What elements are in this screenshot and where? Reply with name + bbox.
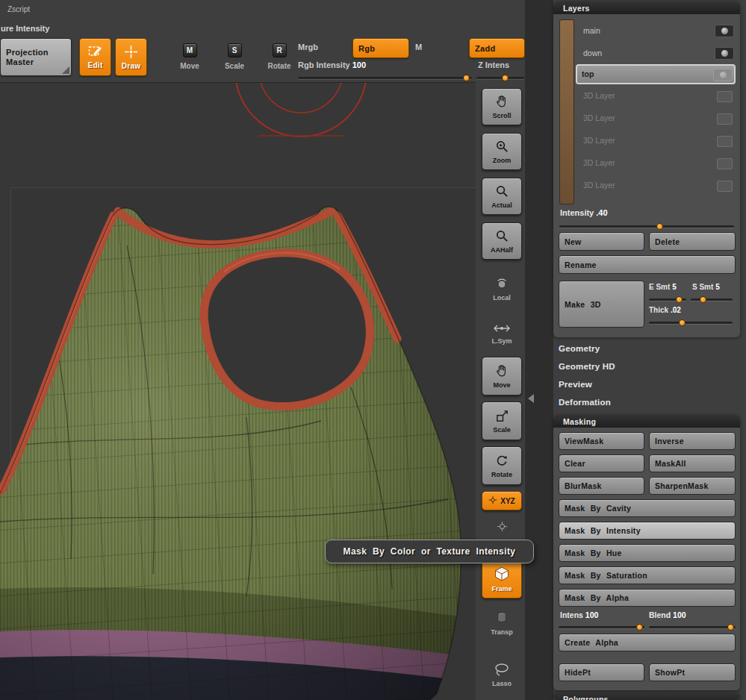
slider-track[interactable] [649,322,733,324]
gyro-axis-icon [488,496,497,506]
slider-handle[interactable] [679,319,686,326]
xyz-button[interactable]: XYZ [482,491,522,510]
layers-palette-header[interactable]: Layers [553,1,740,14]
draw-button[interactable]: Draw [115,38,147,76]
slider-track[interactable] [559,225,734,228]
polygroups-palette-header[interactable]: Polygroups [553,693,740,700]
layer-name: 3D Layer [583,181,615,190]
zscript-menu[interactable]: Zscript [7,5,30,13]
visibility-eye-icon[interactable] [713,69,733,81]
mask-by-alpha-button[interactable]: Mask By Alpha [559,589,736,607]
slider-handle[interactable] [727,624,734,631]
z-intensity-slider[interactable] [476,75,524,82]
sharpenmask-button[interactable]: SharpenMask [649,477,736,495]
masking-palette-header[interactable]: Masking [553,415,740,428]
polygroups-palette: Polygroups [553,693,740,700]
layer-row-selected[interactable]: top [576,64,736,84]
hidept-button[interactable]: HidePt [559,663,644,681]
rotate-label: Rotate [267,62,290,70]
move-canvas-button[interactable]: Move [482,357,522,396]
rotate-canvas-button[interactable]: Rotate [482,446,522,485]
move-tool[interactable]: M Move [169,43,211,70]
layer-row[interactable]: 3D Layer [577,131,736,151]
zadd-toggle[interactable]: Zadd [469,38,525,58]
aahalf-button[interactable]: AAHalf [482,222,522,260]
clear-button[interactable]: Clear [559,454,644,472]
blend-slider[interactable] [649,624,736,631]
new-layer-button[interactable]: New [559,232,644,251]
inverse-button[interactable]: Inverse [649,432,736,450]
layer-row[interactable]: 3D Layer [577,109,736,128]
make-3d-button[interactable]: Make 3D [559,281,644,328]
scale-tool[interactable]: S Scale [214,43,255,70]
palette-header-geometry-hd[interactable]: Geometry HD [559,362,615,371]
rgb-toggle[interactable]: Rgb [352,38,409,58]
layer-intensity-slider[interactable] [559,223,734,231]
rotate-tool[interactable]: R Rotate [258,43,300,70]
edit-button[interactable]: Edit [79,38,111,76]
palette-header-preview[interactable]: Preview [559,380,592,389]
frame-cube-icon [494,566,510,584]
frame-button[interactable]: Frame [482,560,522,599]
visibility-eye-icon[interactable] [715,25,734,37]
local-toggle[interactable]: Local [482,272,522,306]
model-sports-bra[interactable] [0,201,476,700]
delete-layer-button[interactable]: Delete [649,232,736,251]
slider-track[interactable] [691,299,733,301]
layer-row[interactable]: 3D Layer [577,176,736,196]
lasso-toggle[interactable]: Lasso [482,655,522,694]
slider-handle[interactable] [502,75,509,81]
slider-handle[interactable] [700,296,706,303]
visibility-eye-icon[interactable] [715,47,734,60]
layer-row[interactable]: 3D Layer [577,87,736,106]
empty-layer-slot-icon [717,181,733,192]
e-smt-slider[interactable] [649,296,686,304]
fold-corner-icon [62,66,69,74]
scroll-button[interactable]: Scroll [482,88,522,125]
magnifier-actual-icon [495,184,509,200]
mask-by-saturation-button[interactable]: Mask By Saturation [559,566,736,584]
palette-header-deformation[interactable]: Deformation [559,398,611,407]
create-alpha-button[interactable]: Create Alpha [559,634,736,651]
layer-row[interactable]: main [577,21,736,42]
thick-slider[interactable] [649,319,733,327]
projection-master-label: Projection Master [6,48,64,66]
scale-canvas-button[interactable]: Scale [482,401,522,440]
layer-row[interactable]: down [577,43,736,64]
slider-track[interactable] [298,77,472,79]
s-smt-slider[interactable] [691,296,733,304]
slider-handle[interactable] [463,75,470,81]
intens-slider[interactable] [559,624,644,631]
panel-collapse-arrow[interactable] [528,394,534,403]
layer-intensity-strip[interactable] [559,19,574,204]
actual-button[interactable]: Actual [482,178,522,215]
mask-by-hue-button[interactable]: Mask By Hue [559,544,736,562]
palette-header-geometry[interactable]: Geometry [559,344,600,353]
rgb-intensity-slider[interactable] [298,75,472,82]
maskall-button[interactable]: MaskAll [649,454,736,472]
layer-row[interactable]: 3D Layer [577,154,736,173]
m-toggle[interactable]: M [415,43,422,51]
axis-indicator[interactable] [482,518,522,536]
tooltip-text: Mask By Color or Texture Intensity [344,546,516,557]
rename-layer-button[interactable]: Rename [559,255,736,274]
viewport-canvas[interactable] [0,82,476,700]
projection-master-button[interactable]: Projection Master [0,38,72,76]
lsym-toggle[interactable]: L.Sym [482,316,522,351]
slider-handle[interactable] [636,624,643,631]
lasso-icon [494,663,510,678]
blurmask-button[interactable]: BlurMask [559,477,644,495]
viewmask-button[interactable]: ViewMask [559,432,644,450]
slider-track[interactable] [649,626,736,628]
delete-label: Delete [655,237,680,246]
transp-toggle[interactable]: Transp [482,604,522,642]
zoom-button[interactable]: Zoom [482,133,522,170]
slider-handle[interactable] [656,223,663,230]
slider-handle[interactable] [676,296,683,303]
slider-track[interactable] [476,77,524,79]
mask-by-cavity-button[interactable]: Mask By Cavity [559,499,736,517]
mask-by-intensity-button[interactable]: Mask By Intensity [559,522,736,540]
slider-track[interactable] [559,626,644,628]
showpt-button[interactable]: ShowPt [649,663,736,681]
mrgb-toggle[interactable]: Mrgb [298,43,318,51]
